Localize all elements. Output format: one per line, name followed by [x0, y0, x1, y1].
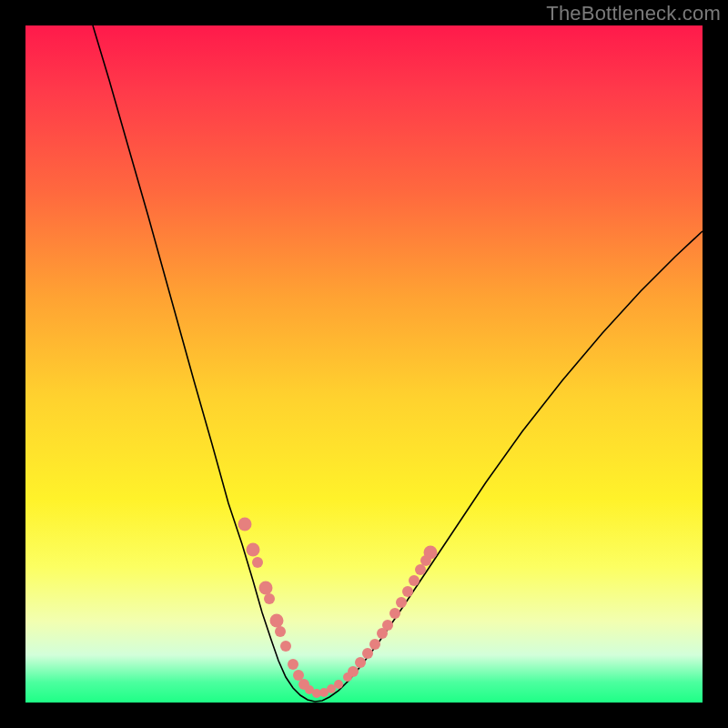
- data-point: [334, 680, 343, 689]
- data-point: [238, 518, 252, 531]
- data-point: [280, 641, 291, 652]
- data-point: [293, 670, 304, 681]
- data-point: [424, 546, 438, 560]
- data-point: [415, 564, 426, 575]
- data-point: [247, 543, 260, 557]
- bottleneck-curve: [25, 25, 703, 703]
- data-point: [288, 659, 298, 670]
- data-point: [396, 597, 407, 608]
- data-point: [348, 666, 359, 677]
- data-point: [264, 593, 275, 604]
- data-point: [275, 626, 286, 637]
- data-point: [362, 648, 373, 659]
- data-point: [270, 614, 284, 628]
- data-point: [409, 575, 420, 586]
- data-points-group: [238, 518, 438, 699]
- data-point: [259, 581, 273, 595]
- watermark-text: TheBottleneck.com: [546, 2, 721, 25]
- data-point: [369, 639, 380, 650]
- plot-area: [25, 25, 703, 703]
- data-point: [389, 608, 400, 619]
- data-point: [252, 557, 263, 568]
- curve-left-branch: [93, 25, 315, 702]
- data-point: [402, 586, 413, 597]
- data-point: [355, 657, 366, 668]
- curve-right-branch: [315, 231, 703, 702]
- chart-frame: TheBottleneck.com: [0, 0, 728, 728]
- data-point: [382, 620, 393, 631]
